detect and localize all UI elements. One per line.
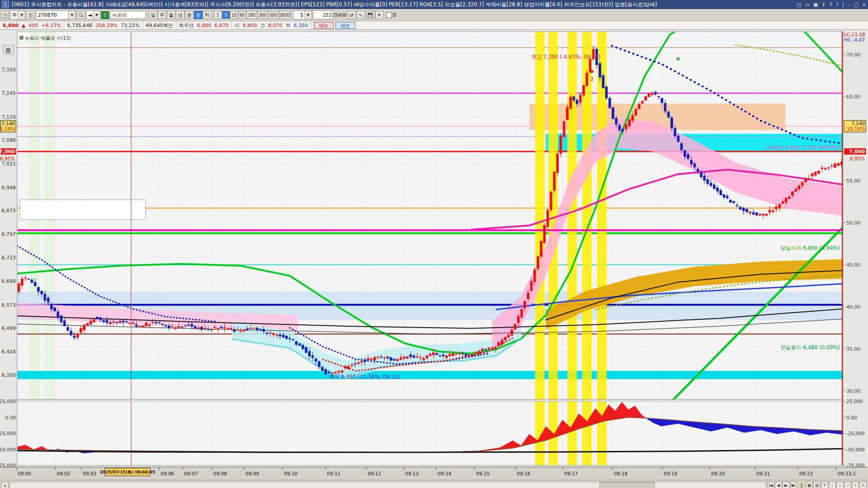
annotation: 피봇1차저항선 7,107 (9.67%) xyxy=(766,145,839,151)
chart-window-icon[interactable]: ◳ xyxy=(1,11,9,19)
sell-button[interactable]: 매도 xyxy=(335,22,355,29)
period-button-분[interactable]: 분 xyxy=(185,11,193,19)
svg-text:8,95%: 8,95% xyxy=(0,156,15,161)
svg-text:7,060: 7,060 xyxy=(849,149,865,155)
page-number: 1 xyxy=(798,483,805,488)
titlebar-icon-8[interactable]: □ xyxy=(854,2,858,8)
period-button-주[interactable]: 주 xyxy=(158,11,166,19)
statusbar-tool-icon-7[interactable]: A xyxy=(859,482,867,488)
interval-button-1[interactable]: 1 xyxy=(214,11,222,19)
period-button-년[interactable]: 년 xyxy=(176,11,184,19)
chart-scrollbar-track[interactable] xyxy=(9,482,766,488)
titlebar-icons: ◳▭▣↧T?|–□× xyxy=(797,2,866,8)
svg-text:7,140: 7,140 xyxy=(851,121,865,126)
new-stock-badge: 신 xyxy=(101,11,109,19)
lower-axis-label: 50,000 xyxy=(0,447,16,452)
interval-button-300[interactable]: 300 xyxy=(257,11,268,19)
compare-icon[interactable]: ⇄ xyxy=(348,11,356,19)
nav-button-3[interactable]: ▶| xyxy=(790,482,797,488)
legend-box xyxy=(20,200,146,220)
svg-text:09:20: 09:20 xyxy=(711,471,725,476)
period-button-group: 일주월년분초틱 xyxy=(149,11,212,19)
search-icon[interactable] xyxy=(76,11,85,19)
period-button-월[interactable]: 월 xyxy=(167,11,175,19)
turnover-ratio: 73.21% xyxy=(121,23,140,28)
low-label: 저 xyxy=(286,22,291,29)
prev-stock-button[interactable]: 전 xyxy=(26,11,35,19)
chart-canvas[interactable]: ***2최고 7,390 (-4.47%, 09:17)최저 6,350 (11… xyxy=(0,30,868,480)
surge-stripe xyxy=(597,32,607,399)
statusbar-tool-icon-4[interactable]: ↔ xyxy=(836,482,844,488)
change-percent: +6.17% xyxy=(41,23,61,28)
stock-code-combo[interactable]: 270870▼ xyxy=(36,10,75,19)
interval-button-600[interactable]: 600 xyxy=(268,11,279,19)
interval-button-5[interactable]: 5 xyxy=(222,11,230,19)
nav-button-1[interactable]: ◀ xyxy=(775,482,782,488)
chart-scrollbar-thumb[interactable] xyxy=(599,482,655,488)
interval-button-3600[interactable]: 3600 xyxy=(279,11,291,19)
trade-amount: 49,645백만 xyxy=(146,22,173,29)
signal-marker: * xyxy=(590,68,594,77)
titlebar-icon-1[interactable]: ▭ xyxy=(805,2,810,8)
titlebar-icon-2[interactable]: ▣ xyxy=(813,2,818,8)
annotation: 전일종가 6,480 (0.00%) xyxy=(780,344,840,351)
surge-stripe xyxy=(548,32,558,399)
svg-text:30,00: 30,00 xyxy=(846,388,861,394)
svg-text:7,245: 7,245 xyxy=(2,90,16,96)
svg-text:45,00: 45,00 xyxy=(846,262,861,268)
low-price: 6,350 xyxy=(294,23,308,28)
trendline-icon[interactable]: ∿ xyxy=(357,11,365,19)
interval-button-group: 1510601803006003600 xyxy=(214,11,291,19)
current-price: 6,880 xyxy=(3,23,19,28)
nav-button-0[interactable]: |◀ xyxy=(767,482,774,488)
bar-position-input[interactable]: 253 xyxy=(313,10,333,19)
settings-gear-icon[interactable]: ✳ xyxy=(375,11,383,19)
market-combo[interactable]: 주▼ xyxy=(10,10,25,19)
svg-text:25,000: 25,000 xyxy=(846,399,863,404)
nav-button-2[interactable]: ▶ xyxy=(783,482,790,488)
svg-text:10,19%: 10,19% xyxy=(0,126,15,131)
d-checkbox[interactable] xyxy=(386,12,392,18)
titlebar-icon-3[interactable]: ↧ xyxy=(821,2,826,8)
speaker-icon: ◄ xyxy=(86,12,93,18)
statusbar-tool-icon-2[interactable]: T xyxy=(821,482,828,488)
svg-text:09:00: 09:00 xyxy=(18,471,31,476)
stock-name: 뉴트리 xyxy=(110,11,146,19)
period-button-일[interactable]: 일 xyxy=(149,11,157,19)
lower-axis-label: 0.00 xyxy=(5,415,16,420)
svg-text:09:22: 09:22 xyxy=(799,471,813,476)
sound-combo[interactable]: ◄▼ xyxy=(86,10,100,19)
statusbar-tool-icon-5[interactable]: − xyxy=(844,482,851,488)
statusbar-tool-icon-1[interactable]: ▤ xyxy=(813,482,821,488)
band-low-cyan xyxy=(17,371,843,379)
titlebar: 1 [0601] 주식종합차트 - 유통비율[42.8] 거래대금[49,645… xyxy=(0,0,868,9)
panel-toggle-button[interactable]: ▴ xyxy=(1,482,9,488)
svg-text:7,021: 7,021 xyxy=(2,161,16,167)
statusbar-tool-icon-0[interactable]: ▦ xyxy=(806,482,813,488)
period-button-초[interactable]: 초 xyxy=(194,11,203,19)
statusbar-tool-icon-3[interactable]: ↕ xyxy=(829,482,836,488)
svg-text:7,170: 7,170 xyxy=(2,114,16,120)
titlebar-icon-7[interactable]: – xyxy=(848,2,850,8)
statusbar-tool-icon-6[interactable]: + xyxy=(852,482,859,488)
svg-text:7,060: 7,060 xyxy=(0,149,15,155)
buy-button[interactable]: 매수 xyxy=(314,22,334,29)
svg-text:6,573: 6,573 xyxy=(2,302,16,308)
interval-button-10[interactable]: 10 xyxy=(230,11,238,19)
titlebar-icon-0[interactable]: ◳ xyxy=(797,2,801,8)
save-icon[interactable] xyxy=(366,11,374,19)
svg-text:09:09: 09:09 xyxy=(245,471,259,476)
tick-count-combo[interactable]: 5▼ xyxy=(293,10,312,19)
stock-code-input[interactable]: 270870 xyxy=(36,12,68,18)
interval-button-180[interactable]: 180 xyxy=(246,11,257,19)
svg-text:2025/07/15(화) 09:04:45: 2025/07/15(화) 09:04:45 xyxy=(100,470,155,474)
svg-text:09:02: 09:02 xyxy=(57,471,70,476)
titlebar-icon-5[interactable]: ? xyxy=(836,2,839,8)
titlebar-icon-4[interactable]: T xyxy=(830,2,833,8)
period-button-틱[interactable]: 틱 xyxy=(203,11,212,19)
titlebar-icon-9[interactable]: × xyxy=(862,2,866,8)
lower-axis-label: 25,000 xyxy=(0,431,16,436)
open-price: 6,800 xyxy=(243,23,257,28)
interval-button-60[interactable]: 60 xyxy=(238,11,246,19)
hc-value: HC:-4,47 xyxy=(844,37,865,42)
